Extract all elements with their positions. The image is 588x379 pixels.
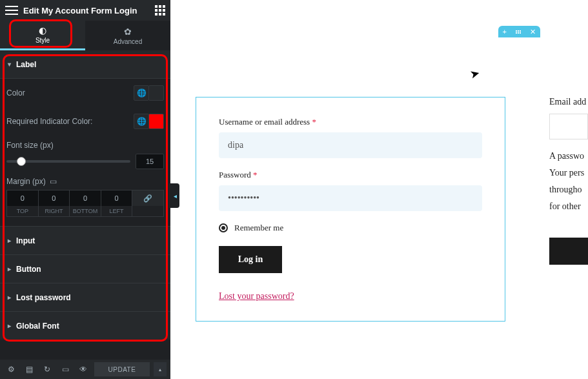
caret-down-icon: ▾ [8,61,11,68]
link-values-icon[interactable]: 🔗 [132,190,163,206]
control-required-indicator: Required Indicator Color: 🌐 [6,107,164,136]
required-indicator-label: Required Indicator Color: [6,117,92,126]
font-size-slider-row: 15 [6,154,164,169]
section-button[interactable]: ▸Button [0,254,170,283]
caret-right-icon: ▸ [8,322,11,329]
preview-icon[interactable]: 👁 [76,362,90,376]
login-form-widget[interactable]: Username or email address * Password * R… [196,97,505,322]
peek-button [549,238,588,265]
preview-canvas: + ✕ Username or email address * Password… [181,0,588,379]
remember-me-row[interactable]: Remember me [219,223,482,233]
section-lostpw-text: Lost password [16,293,71,302]
responsive-mode-icon[interactable]: ▭ [58,362,72,376]
settings-icon[interactable]: ⚙ [4,362,18,376]
remember-checkbox-icon[interactable] [219,223,228,232]
margin-left-input[interactable]: 0 [101,190,132,206]
history-icon[interactable]: ↻ [40,362,54,376]
menu-icon[interactable] [5,6,18,15]
gear-icon: ✿ [124,26,132,37]
font-size-slider[interactable] [6,160,130,163]
section-add-icon[interactable]: + [498,26,511,37]
update-caret[interactable]: ▴ [154,362,167,376]
section-drag-icon[interactable] [511,26,525,37]
section-input-text: Input [16,236,35,245]
editor-header: Edit My Account Form Login [0,0,170,21]
margin-right-input[interactable]: 0 [39,190,70,206]
globe-icon[interactable]: 🌐 [134,114,149,129]
margin-top-lab: TOP [17,206,28,216]
password-label: Password * [219,170,482,180]
section-input[interactable]: ▸Input [0,226,170,254]
section-delete-icon[interactable]: ✕ [525,26,540,37]
editor-tabs: ◐ Style ✿ Advanced [0,21,170,50]
peek-hint4: for other [549,201,588,212]
font-size-label: Font size (px) [6,136,164,154]
responsive-icon[interactable]: ▭ [50,177,57,186]
margin-right-lab: RIGHT [45,206,63,216]
editor-panel: Edit My Account Form Login ◐ Style ✿ Adv… [0,0,170,379]
required-indicator-swatch[interactable] [148,114,164,129]
login-button[interactable]: Log in [219,246,282,273]
section-lost-password[interactable]: ▸Lost password [0,283,170,311]
lost-password-link[interactable]: Lost your password? [219,291,294,302]
tab-style[interactable]: ◐ Style [0,21,85,50]
globe-icon[interactable]: 🌐 [134,85,149,101]
panel-collapse-handle[interactable]: ◂ [170,183,179,208]
username-label: Username or email address * [219,117,482,127]
section-handle: + ✕ [498,26,540,37]
slider-thumb[interactable] [17,157,26,166]
peek-email-label: Email add [549,97,588,107]
section-button-text: Button [16,265,41,274]
droplet-icon: ◐ [39,25,46,36]
font-size-value[interactable]: 15 [136,154,164,169]
apps-grid-icon[interactable] [155,5,165,15]
peek-input [549,114,588,139]
margin-label: Margin (px) [6,177,46,186]
panel-body: ▾ Label Color 🌐 Required Indicator Color… [0,50,170,346]
margin-top-input[interactable]: 0 [7,190,38,206]
margin-bottom-lab: BOTTOM [73,206,97,216]
username-input[interactable] [219,132,482,158]
margin-bottom-input[interactable]: 0 [70,190,101,206]
password-input[interactable] [219,185,482,211]
link-lab [147,206,149,216]
peek-hint2: Your pers [549,168,588,178]
remember-label: Remember me [234,223,283,233]
color-label: Color [6,88,25,97]
margin-label-row: Margin (px) ▭ [6,169,164,190]
register-form-peek: Email add A passwo Your pers througho fo… [549,97,588,322]
margin-dimensions: 0TOP 0RIGHT 0BOTTOM 0LEFT 🔗 [6,190,164,217]
cursor-icon: ➤ [468,65,481,81]
section-label[interactable]: ▾ Label [0,50,170,79]
peek-hint1: A passwo [549,151,588,161]
caret-right-icon: ▸ [8,294,11,301]
margin-left-lab: LEFT [110,206,124,216]
editor-footer: ⚙ ▤ ↻ ▭ 👁 UPDATE ▴ [0,360,170,379]
caret-right-icon: ▸ [8,265,11,272]
tab-advanced-label: Advanced [114,38,142,45]
peek-hint3: througho [549,185,588,195]
update-button[interactable]: UPDATE [94,362,150,376]
control-color: Color 🌐 [6,79,164,107]
tab-style-label: Style [35,37,50,44]
navigator-icon[interactable]: ▤ [22,362,36,376]
section-globalfont-text: Global Font [16,322,59,331]
color-swatch[interactable] [148,85,164,101]
tab-advanced[interactable]: ✿ Advanced [85,21,170,50]
section-label-text: Label [16,60,36,69]
editor-title: Edit My Account Form Login [23,6,155,15]
caret-right-icon: ▸ [8,237,11,244]
section-global-font[interactable]: ▸Global Font [0,311,170,340]
